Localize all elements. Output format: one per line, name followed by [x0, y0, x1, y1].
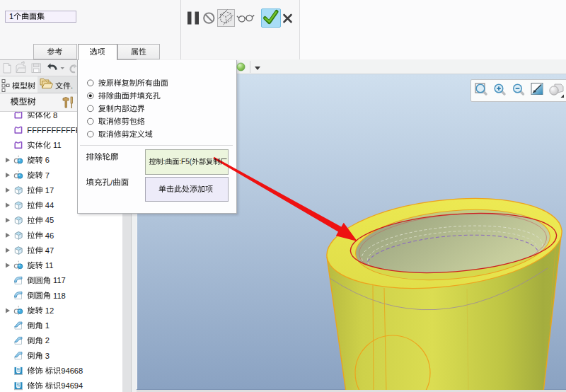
- svg-text:94668: 94668: [61, 367, 83, 375]
- svg-text:46: 46: [45, 231, 54, 240]
- svg-text:47: 47: [45, 246, 54, 255]
- svg-text:FFFFFFFFFFFF: FFFFFFFFFFFF: [27, 126, 85, 134]
- svg-text::: :: [163, 158, 166, 166]
- svg-text:/: /: [110, 178, 113, 187]
- svg-text::F5(: :F5(: [179, 158, 192, 166]
- svg-text:12: 12: [45, 306, 54, 315]
- svg-text:17: 17: [45, 186, 54, 195]
- svg-text:7: 7: [45, 171, 50, 180]
- svg-text:1: 1: [9, 12, 13, 21]
- svg-text:117: 117: [53, 276, 66, 284]
- svg-text:45: 45: [45, 216, 54, 224]
- svg-text:11: 11: [53, 141, 62, 149]
- svg-text:94694: 94694: [61, 381, 83, 390]
- svg-text:1: 1: [45, 321, 50, 330]
- svg-text:3: 3: [45, 352, 50, 360]
- svg-text:8: 8: [53, 111, 57, 120]
- svg-text:11: 11: [45, 261, 54, 270]
- svg-text:2: 2: [45, 336, 50, 345]
- svg-text:118: 118: [53, 292, 66, 300]
- svg-text:.: .: [71, 81, 73, 90]
- svg-text:6: 6: [45, 156, 50, 164]
- svg-text:44: 44: [45, 201, 54, 209]
